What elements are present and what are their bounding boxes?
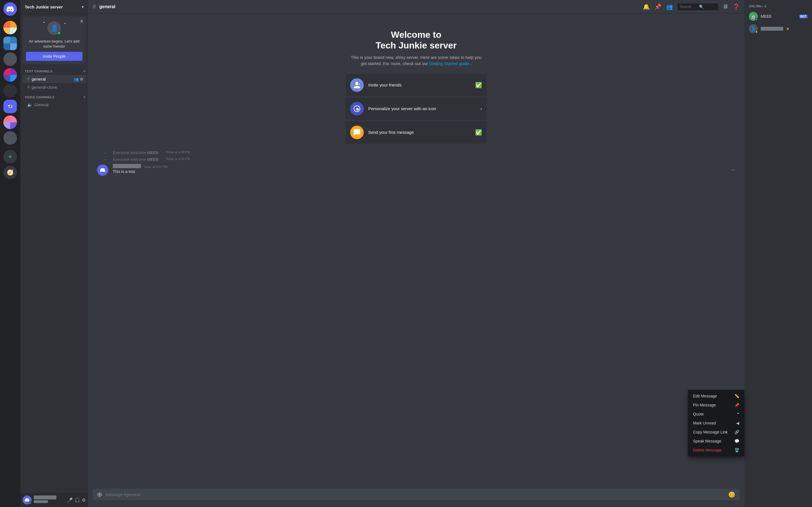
help-icon[interactable]: ❓ [733,3,740,10]
personalize-card-icon [350,102,364,115]
context-menu-item-delete[interactable]: Delete Message 🗑️ [690,446,742,455]
emoji-icon[interactable]: 😊 [728,491,735,498]
hash-icon-2: # [27,84,30,90]
edit-message-label: Edit Message [693,394,717,398]
message-actions: ··· [731,167,735,173]
context-menu-item-speak[interactable]: Speak Message 💬 [690,437,742,446]
invite-people-button[interactable]: Invite People [26,52,82,61]
quote-label: Quote [693,412,704,416]
user-tag-label [34,500,48,503]
delete-message-label: Delete Message [693,448,721,452]
user-status-dot [29,502,32,504]
server-header[interactable]: Tech Junkie server ▾ [20,0,88,14]
server-icon-s7[interactable] [3,131,17,145]
blurred-member-name [761,27,783,31]
notifications-icon[interactable]: 🔔 [643,3,650,10]
context-menu-item-pin[interactable]: Pin Message 📌 [690,400,742,409]
member-blurred[interactable]: 👤 ★ [747,22,810,35]
speaker-icon: 🔈 [27,102,33,107]
server-name: Tech Junkie server [25,4,63,9]
message-card-label: Send your first message [368,130,470,135]
add-server-icon[interactable]: + [3,150,17,163]
discord-home-icon[interactable] [3,2,17,16]
voice-channels-label: VOICE CHANNELS [25,96,54,99]
voice-channel-name: General [35,103,49,107]
sparkle-dot-1: ✦ [43,21,45,24]
context-menu-item-quote[interactable]: Quote ❝ [690,409,742,418]
server-icon-s3[interactable] [3,52,17,66]
server-icon-s1[interactable] [3,21,17,34]
voice-channels-header[interactable]: VOICE CHANNELS + [20,94,88,101]
setup-card-personalize[interactable]: Personalize your server with an icon › [346,98,487,120]
members-list-icon[interactable]: 👥 [666,3,673,10]
deafen-icon[interactable]: 🎧 [74,497,80,503]
invite-card-label: Invite your friends [368,82,470,87]
top-bar-icons: 🔔 📌 👥 Search 🔍 🖥 ❓ [643,3,740,10]
channel-item-general[interactable]: # general 👥 ⚙ [22,75,86,83]
voice-channels-section: VOICE CHANNELS + 🔈 General [20,94,88,108]
message-input[interactable] [105,489,725,500]
pinned-messages-icon[interactable]: 📌 [654,3,661,10]
setup-cards: Invite your friends ✅ Personalize your s… [346,74,487,144]
delete-icon: 🗑️ [734,448,739,452]
add-file-icon[interactable]: ⊕ [97,491,102,498]
message-text: This is a test [113,169,735,175]
mute-icon[interactable]: 🎤 [67,497,73,503]
add-voice-channel-icon[interactable]: + [83,95,86,100]
context-menu-item-mark-unread[interactable]: Mark Unread ◀ [690,418,742,428]
user-settings-icon[interactable]: ⚙ [82,497,86,503]
main-content: # general 🔔 📌 👥 Search 🔍 🖥 ❓ Welcome to … [88,0,744,507]
channel-item-general-clone[interactable]: # general-clone [22,83,86,91]
mee6-name: MEE6 [761,14,797,18]
context-menu-item-edit[interactable]: Edit Message ✏️ [690,392,742,400]
inbox-icon[interactable]: 🖥 [723,3,728,10]
hash-icon: # [27,76,30,82]
personalize-card-label: Personalize your server with an icon [368,106,476,111]
text-channels-section: TEXT CHANNELS + # general 👥 ⚙ # general-… [20,68,88,91]
system-message-1-text: Everyone welcome MEE6! [113,151,159,155]
members-group-title: ONLINE—2 [747,4,810,8]
system-arrow-icon-2: → [103,157,107,162]
chevron-down-icon: ▾ [82,5,84,9]
explore-icon[interactable]: 🧭 [3,166,17,179]
more-actions-icon[interactable]: ··· [731,167,735,173]
server-icon-s6[interactable] [3,115,17,129]
system-message-1: → Everyone welcome MEE6! Today at 4:38 P… [93,149,740,156]
system-message-1-time: Today at 4:38 PM [166,151,190,154]
server-icon-tj[interactable]: TJ [3,100,17,113]
text-channels-header[interactable]: TEXT CHANNELS + [20,68,88,75]
server-icon-s2[interactable] [3,37,17,50]
context-menu-item-copy-link[interactable]: Copy Message Link 🔗 [690,428,742,437]
search-bar[interactable]: Search 🔍 [677,3,718,10]
messages-list: → Everyone welcome MEE6! Today at 4:38 P… [88,149,744,177]
messages-area: Welcome to Tech Junkie server This is yo… [88,13,744,489]
message-header: Today at 4:52 PM [113,164,735,168]
speak-icon: 💬 [734,439,739,443]
manage-channel-icon[interactable]: 👥 [74,77,79,81]
voice-channel-general[interactable]: 🔈 General [22,101,86,108]
setup-card-invite[interactable]: Invite your friends ✅ [346,74,487,96]
channel-name-general-clone: general-clone [32,85,84,90]
user-message-content: Today at 4:52 PM This is a test [113,164,735,175]
sparkle-dot-2: · [40,25,41,29]
getting-started-link[interactable]: Getting Started guide [429,61,469,66]
mee6-status-dot [755,18,758,21]
welcome-subtitle: This is your brand new, shiny server. He… [349,54,484,67]
pin-message-icon: 📌 [734,403,739,407]
personalize-chevron-icon: › [480,105,482,112]
text-channels-label: TEXT CHANNELS [25,69,53,73]
message-check-icon: ✅ [475,129,482,136]
user-avatar [22,496,32,504]
add-text-channel-icon[interactable]: + [83,69,86,74]
user-controls: 🎤 🎧 ⚙ [67,497,86,503]
member-extra-icon: ★ [786,26,790,31]
quote-icon: ❝ [737,412,739,416]
setup-card-message[interactable]: Send your first message ✅ [346,121,487,144]
message-input-box: ⊕ 😊 [93,489,740,500]
member-mee6[interactable]: 🤖 MEE6 BOT [747,10,810,22]
settings-icon[interactable]: ⚙ [80,77,84,81]
server-icon-s5[interactable] [3,84,17,98]
message-card-icon [350,126,364,139]
system-message-2-time: Today at 4:39 PM [166,157,190,161]
server-icon-s4[interactable] [3,68,17,82]
